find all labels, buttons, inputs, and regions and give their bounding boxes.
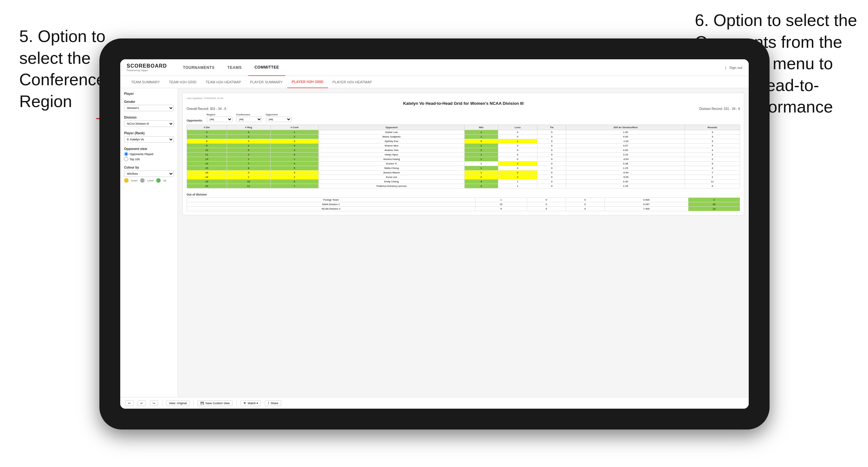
player-rank-select[interactable]: 8. Katelyn Vo [124,136,174,143]
main-table-body: 3 3 1 Esther Lee 1 0 0 1.50 4 5 2 2 Alex… [187,130,740,188]
table-row: 18 2 2 Euna Lee 0 2 0 -5.00 2 [187,175,740,180]
cell-div: 20 [187,184,227,188]
sub-nav-team-h2h-heatmap[interactable]: TEAM H2H HEATMAP [201,76,246,88]
col-tie: Tie [537,125,566,130]
cell-tie: 0 [537,180,566,184]
cell-div: 5 [187,135,227,139]
cell-rounds: 4 [685,130,740,135]
nav-item-committee[interactable]: COMMITTEE [248,59,286,76]
nav-right: | Sign out [725,66,742,69]
table-row: 9 1 4 Sharon Mun 1 0 0 3.67 3 [187,144,740,148]
cell-tie: 0 [537,130,566,135]
undo-button[interactable]: ↩ [125,400,134,406]
last-updated: Last Updated: 27/03/2024 10:34 [187,97,740,100]
top-100-radio-label[interactable]: Top 100 [124,157,174,161]
redo-icon: ↪ [153,402,155,405]
cell-conf: 7 [270,184,318,188]
sidebar-gender-section: Gender Women's [124,100,174,111]
sub-nav-team-summary[interactable]: TEAM SUMMARY [127,76,164,88]
cell-loss: 0 [498,135,537,139]
gender-select[interactable]: Women's [124,105,174,111]
watch-button[interactable]: 👁 Watch ▾ [241,400,261,406]
view-original-button[interactable]: View: Original [166,400,189,406]
bottom-toolbar: ↩ ↩ ↪ View: Original 💾 Save Custom View … [120,397,749,409]
sub-nav-player-summary[interactable]: PLAYER SUMMARY [246,76,287,88]
cell-conf: 2 [270,135,318,139]
table-row: 19 10 6 Emily Chang 4 1 0 0.30 11 [187,180,740,184]
cell-reg: 3 [227,139,270,144]
top-100-radio[interactable] [124,157,128,161]
ood-cell-rounds: 10 [688,207,740,211]
nav-item-teams[interactable]: TEAMS [221,59,248,76]
toolbar-separator-2 [193,400,194,406]
opponents-played-radio-label[interactable]: Opponents Played [124,152,174,156]
cell-diff: 4.00 [566,135,685,139]
cell-win: 1 [465,153,498,157]
share-label: Share [271,402,278,405]
report-container: Last Updated: 27/03/2024 10:34 Katelyn V… [182,93,744,215]
col-loss: Loss [498,125,537,130]
sub-nav-team-h2h-grid[interactable]: TEAM H2H GRID [164,76,201,88]
cell-conf: 5 [270,153,318,157]
region-filter-select[interactable]: (All) [207,117,232,122]
ood-cell-opponent: NCAA Division 2 [187,207,475,211]
out-of-division-table: Foreign Team 1 0 0 4.500 2 NAIA Division… [187,197,740,211]
opponent-filter-select[interactable]: (All) [266,117,291,122]
cell-loss: 2 [498,170,537,175]
cell-win: 1 [465,170,498,175]
nav-item-tournaments[interactable]: TOURNAMENTS [177,59,221,76]
undo2-button[interactable]: ↩ [137,400,146,406]
view-original-label: View: Original [169,402,187,405]
records-row: Overall Record: 353 - 34 - 6 Division Re… [187,107,740,111]
save-custom-view-button[interactable]: 💾 Save Custom View [197,400,232,406]
col-diff: Diff Av Strokes/Rnd [566,125,685,130]
cell-tie: 0 [537,184,566,188]
save-icon: 💾 [200,402,204,405]
division-select[interactable]: NCAA Division III [124,121,174,127]
table-row: 3 3 1 Esther Lee 1 0 0 1.50 4 [187,130,740,135]
cell-tie: 0 [537,175,566,180]
opponents-played-radio[interactable] [124,152,128,156]
ood-cell-tie: 0 [566,207,604,211]
out-of-division-section: Out of division Foreign Team 1 0 0 4.500… [187,193,740,211]
ood-table-row: NAIA Division 1 15 0 0 9.267 30 [187,202,740,207]
logo-text: SCOREBOARD [127,63,167,69]
sign-out-link[interactable]: Sign out [730,66,742,69]
conference-filter-select[interactable]: (All) [236,117,262,122]
ood-cell-win: 15 [475,202,527,207]
division-label: Division [124,116,174,119]
watch-icon: 👁 [243,402,246,405]
report-title: Katelyn Vo Head-to-Head Grid for Women's… [187,101,740,106]
ood-cell-tie: 0 [566,198,604,202]
logo-area: SCOREBOARD Powered by clippd [127,63,167,72]
table-row: 16 3 4 Jessica Mason 1 2 0 -0.94 7 [187,170,740,175]
cell-div: 16 [187,170,227,175]
share-button[interactable]: ⤴ Share [265,400,281,406]
colour-by-select[interactable]: Win/loss [124,170,174,177]
redo-button[interactable]: ↪ [150,400,158,406]
cell-diff: 1.50 [566,130,685,135]
cell-rounds: 2 [685,175,740,180]
logo-sub: Powered by clippd [127,69,167,72]
cell-diff: 1.25 [566,166,685,170]
conference-filter-label: Conference [236,113,262,116]
cell-reg: 2 [227,175,270,180]
ood-cell-diff: 9.267 [604,202,688,207]
cell-opponent: Federica Domecq Lacroze [318,184,464,188]
cell-loss: 0 [498,130,537,135]
colour-by-label: Colour by [124,166,174,169]
cell-tie: 0 [537,139,566,144]
cell-tie: 0 [537,161,566,166]
cell-tie: 0 [537,135,566,139]
cell-reg: 11 [227,184,270,188]
cell-win: 1 [465,166,498,170]
opponents-label: Opponents: [187,119,203,122]
col-conf: # Conf [270,125,318,130]
sub-nav-player-h2h-grid[interactable]: PLAYER H2H GRID [287,76,328,88]
ood-cell-opponent: Foreign Team [187,198,475,202]
cell-loss: 0 [498,166,537,170]
overall-record: Overall Record: 353 - 34 - 6 [187,107,226,111]
cell-opponent: Sydney Kuo [318,139,464,144]
sub-nav-player-h2h-heatmap[interactable]: PLAYER H2H HEATMAP [328,76,376,88]
level-label: Level [147,179,153,182]
